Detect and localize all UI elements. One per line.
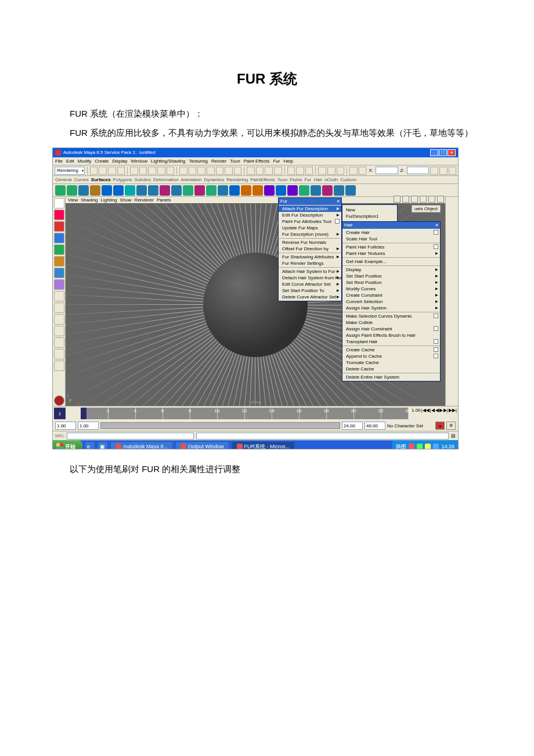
- menu-item[interactable]: Create Hair: [342, 229, 440, 236]
- menu-item[interactable]: Create Cache: [342, 347, 440, 353]
- shelf-icon[interactable]: [148, 185, 158, 196]
- total-frames-field[interactable]: 48.00: [365, 422, 385, 430]
- select-tool-icon[interactable]: [54, 198, 64, 208]
- toolbar-button[interactable]: [430, 167, 438, 175]
- shelf-icon[interactable]: [183, 185, 193, 196]
- toolbar-button[interactable]: [99, 167, 107, 175]
- taskbar-task[interactable]: Autodesk Maya 8...: [110, 441, 173, 449]
- menu-item[interactable]: Paint Fur Attributes Tool: [279, 218, 341, 225]
- menu-painteffects[interactable]: Paint Effects: [244, 159, 270, 164]
- channel-box-collapsed[interactable]: [445, 197, 458, 406]
- option-box-icon[interactable]: [434, 244, 438, 249]
- range-slider-row[interactable]: 1.00 1.00 24.00 48.00 No Character Set ●…: [53, 420, 458, 431]
- command-input[interactable]: [67, 433, 194, 440]
- layout-graph-icon[interactable]: [54, 337, 64, 348]
- toolbar-button[interactable]: [207, 167, 215, 175]
- toolbar-button[interactable]: [117, 167, 125, 175]
- shelf-icon[interactable]: [194, 185, 205, 196]
- menu-render[interactable]: Render: [211, 159, 226, 164]
- close-icon[interactable]: ×: [435, 222, 438, 229]
- fur-menu-popup[interactable]: Fur× Attach Fur Description▶Edit Fur Des…: [278, 197, 342, 301]
- close-icon[interactable]: ×: [337, 198, 340, 205]
- shelf-tab-fluids[interactable]: Fluids: [290, 177, 302, 182]
- toolbar-button[interactable]: [139, 167, 147, 175]
- attach-fur-submenu[interactable]: NewFurDescription1: [342, 204, 398, 222]
- menu-item[interactable]: Fur Render Settings: [279, 260, 341, 267]
- input-x[interactable]: [376, 167, 398, 174]
- shelf-icon[interactable]: [136, 185, 147, 196]
- taskbar-task[interactable]: Output Window: [175, 441, 229, 449]
- step-fwd-button[interactable]: ▶|: [443, 408, 448, 413]
- shelf-tab-subdivs[interactable]: Subdivs: [135, 177, 151, 182]
- module-selector[interactable]: Rendering: [55, 167, 85, 175]
- toolbox[interactable]: [53, 197, 66, 406]
- menu-item[interactable]: Detach Hair System from Fur▶: [279, 275, 341, 281]
- toolbar-button[interactable]: [108, 167, 116, 175]
- quicklaunch-ie-icon[interactable]: e: [85, 441, 95, 449]
- shelf-icons[interactable]: [53, 184, 458, 197]
- tray-icon[interactable]: [425, 444, 431, 449]
- toolbar-button[interactable]: [274, 167, 282, 175]
- menu-item[interactable]: FurDescription1: [342, 213, 397, 219]
- vp-menu-renderer[interactable]: Renderer: [135, 197, 154, 203]
- snap-icon[interactable]: [420, 196, 427, 203]
- menu-modify[interactable]: Modify: [78, 159, 92, 164]
- layout-custom-icon[interactable]: [54, 361, 64, 371]
- maximize-button[interactable]: □: [439, 149, 447, 156]
- toolbar-button[interactable]: [256, 167, 264, 175]
- toolbar-button[interactable]: [337, 167, 345, 175]
- start-button[interactable]: 开始: [53, 440, 82, 449]
- menu-fur[interactable]: Fur: [273, 159, 280, 164]
- menu-item[interactable]: Scale Hair Tool: [342, 236, 440, 242]
- vp-menu-shading[interactable]: Shading: [81, 197, 98, 203]
- toolbar-button[interactable]: [189, 167, 197, 175]
- vp-menu-lighting[interactable]: Lighting: [101, 197, 117, 203]
- menu-file[interactable]: File: [55, 159, 63, 164]
- soft-tool-icon[interactable]: [54, 279, 64, 290]
- menu-item[interactable]: Fur Shadowing Attributes▶: [279, 254, 341, 260]
- menu-item[interactable]: Make Collide: [342, 319, 440, 326]
- quicklaunch-desktop-icon[interactable]: ▣: [98, 441, 108, 449]
- scale-tool-icon[interactable]: [54, 256, 64, 267]
- range-start-field[interactable]: 1.00: [55, 422, 76, 430]
- taskbar-task[interactable]: FUR系统 - Micros...: [232, 441, 295, 449]
- option-box-icon[interactable]: [434, 314, 438, 318]
- menu-item[interactable]: Set Rest Position▶: [342, 279, 440, 286]
- view-tool-icons[interactable]: [394, 196, 444, 203]
- menu-lightingshading[interactable]: Lighting/Shading: [151, 159, 186, 164]
- shelf-tab-dynamics[interactable]: Dynamics: [204, 177, 224, 182]
- shelf-icon[interactable]: [55, 185, 66, 196]
- shelf-icon[interactable]: [241, 185, 251, 196]
- menu-create[interactable]: Create: [95, 159, 109, 164]
- toolbar-button[interactable]: [265, 167, 273, 175]
- menu-display[interactable]: Display: [112, 159, 127, 164]
- menu-item[interactable]: Edit Curve Attractor Set▶: [279, 281, 341, 287]
- menu-item[interactable]: Transplant Hair: [342, 339, 440, 345]
- toolbar-button[interactable]: [287, 167, 295, 175]
- option-box-icon[interactable]: [335, 219, 340, 224]
- layout-single-icon[interactable]: [54, 303, 64, 313]
- viewport-menu-bar[interactable]: ViewShadingLightingShowRendererPanels: [66, 197, 445, 204]
- option-box-icon[interactable]: [434, 354, 438, 358]
- vp-menu-panels[interactable]: Panels: [157, 197, 171, 203]
- snap-icon[interactable]: [428, 196, 435, 203]
- tray-lang-label[interactable]: 插图: [396, 443, 406, 450]
- shelf-icon[interactable]: [102, 185, 112, 196]
- shelf-icon[interactable]: [206, 185, 217, 196]
- minimize-button[interactable]: _: [430, 149, 438, 156]
- shelf-icon[interactable]: [334, 185, 344, 196]
- toolbar-button[interactable]: [216, 167, 224, 175]
- menu-item[interactable]: Set Start Position To▶: [279, 287, 341, 294]
- menu-item[interactable]: Assign Hair Constraint: [342, 326, 440, 332]
- menu-item[interactable]: Assign Hair System▶: [342, 305, 440, 311]
- menu-window[interactable]: Window: [131, 159, 147, 164]
- time-slider-area[interactable]: 1 124681012141618202224 1.00 |◀◀ |◀ ◀ ▶ …: [53, 406, 458, 440]
- shelf-icon[interactable]: [345, 185, 356, 196]
- system-tray[interactable]: 插图 14:26: [392, 440, 458, 449]
- range-end-field[interactable]: 1.00: [412, 408, 421, 413]
- lasso-tool-icon[interactable]: [54, 210, 64, 220]
- windows-taskbar[interactable]: 开始 e ▣ Autodesk Maya 8...Output WindowFU…: [53, 440, 458, 449]
- character-set-selector[interactable]: No Character Set: [387, 423, 434, 429]
- menu-item[interactable]: Display▶: [342, 267, 440, 273]
- menu-item[interactable]: Attach Hair System to Fur▶: [279, 268, 341, 275]
